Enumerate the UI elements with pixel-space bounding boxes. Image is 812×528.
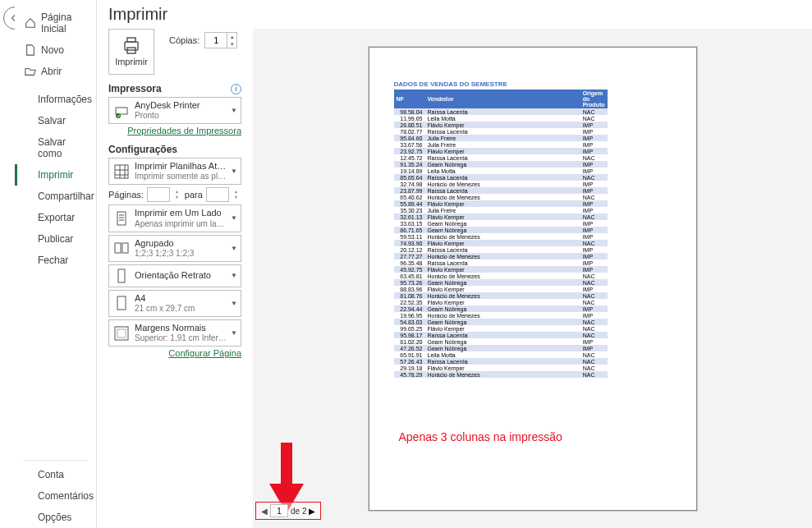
print-button-label: Imprimir — [115, 57, 148, 67]
table-row: 99.65.25Flávio KemperNAC — [394, 325, 608, 332]
paper-select[interactable]: A421 cm x 29,7 cm ▼ — [108, 290, 241, 317]
svg-rect-5 — [115, 165, 128, 178]
table-row: 26.80.51Flávio KemperIMP — [394, 122, 608, 128]
sidebar-item-label: Novo — [41, 44, 64, 56]
pages-from-input[interactable] — [147, 187, 170, 202]
margins-select[interactable]: Margens NormaisSuperior: 1,91 cm Inferio… — [108, 319, 241, 347]
collate-select[interactable]: Agrupado1;2;3 1;2;3 1;2;3 ▼ — [108, 235, 241, 262]
table-row: 57.26.43Raíssa LacerdaNAC — [394, 358, 608, 365]
chevron-down-icon: ▼ — [231, 300, 237, 307]
folder-open-icon — [25, 66, 36, 77]
table-row: 33.67.56Julia FreireIMP — [394, 141, 608, 148]
sidebar-item-open[interactable]: Abrir — [15, 61, 96, 82]
table-row: 33.63.15Geam NóbregaIMP — [394, 220, 608, 227]
page-count-label: de 2 — [291, 507, 306, 516]
print-scope-select[interactable]: Imprimir Planilhas AtivasImprimir soment… — [108, 158, 241, 185]
printer-name: AnyDesk Printer — [135, 100, 227, 111]
sidebar-item-home[interactable]: Página Inicial — [15, 7, 96, 39]
table-row: 98.58.04Raíssa LacerdaNAC — [394, 108, 608, 115]
table-row: 81.02.20Geam NóbregaIMP — [394, 338, 608, 345]
printer-status: Pronto — [135, 111, 227, 121]
sidebar-item-account[interactable]: Conta — [15, 464, 96, 485]
table-row: 91.35.24Geam NóbregaIMP — [394, 161, 608, 168]
table-header: Vendedor — [425, 90, 580, 108]
orientation-select[interactable]: Orientação Retrato ▼ — [108, 264, 241, 287]
svg-rect-10 — [117, 212, 126, 225]
table-row: 11.99.65Leila MottaNAC — [394, 115, 608, 122]
pages-to-label: para — [185, 190, 203, 200]
paper-icon — [113, 295, 130, 311]
sidebar-item-print[interactable]: Imprimir — [15, 164, 96, 186]
sidebar: Página Inicial Novo Abrir Informações Sa… — [15, 0, 97, 528]
svg-rect-17 — [117, 296, 126, 310]
table-row: 12.45.72Raíssa LacerdaNAC — [394, 154, 608, 161]
table-row: 35.30.23Julia FreireIMP — [394, 207, 608, 213]
next-page-button[interactable]: ▶ — [309, 507, 315, 516]
chevron-down-icon: ▼ — [231, 107, 237, 114]
table-row: 65.91.91Leila MottaNAC — [394, 351, 608, 358]
table-row: 45.92.75Flávio KemperIMP — [394, 266, 608, 273]
printer-ready-icon — [113, 103, 130, 119]
prev-page-button[interactable]: ◀ — [261, 507, 268, 516]
printer-select[interactable]: AnyDesk Printer Pronto ▼ — [108, 97, 241, 124]
page-setup-link[interactable]: Configurar Página — [108, 348, 241, 358]
table-row: 65.40.62Horácio de MenezesNAC — [394, 194, 608, 200]
table-row: 81.08.76Horácio de MenezesNAC — [394, 292, 608, 299]
svg-rect-3 — [116, 108, 127, 114]
collate-icon — [113, 240, 130, 256]
config-section-title: Configurações — [108, 144, 177, 155]
table-row: 96.35.48Raíssa LacerdaIMP — [394, 259, 608, 266]
table-row: 47.26.52Geam NóbregaIMP — [394, 345, 608, 351]
info-icon[interactable]: i — [231, 84, 241, 94]
table-row: 23.87.99Raíssa LacerdaIMP — [394, 187, 608, 194]
pages-label: Páginas: — [108, 190, 144, 200]
table-row: 22.94.44Geam NóbregaIMP — [394, 305, 608, 312]
sidebar-item-publish[interactable]: Publicar — [15, 228, 96, 250]
spin-down-icon[interactable]: ▾ — [227, 40, 236, 48]
sidebar-item-share[interactable]: Compartilhar — [15, 186, 96, 207]
sidebar-item-label: Página Inicial — [41, 11, 88, 34]
pages-to-input[interactable] — [206, 187, 229, 202]
table-row: 20.12.12Raíssa LacerdaIMP — [394, 246, 608, 253]
printer-properties-link[interactable]: Propriedades de Impressora — [108, 126, 241, 135]
table-row: 88.83.96Flávio KemperIMP — [394, 286, 608, 292]
copies-input[interactable] — [205, 35, 227, 45]
table-row: 29.19.18Flávio KemperNAC — [394, 365, 608, 371]
current-page-input[interactable] — [270, 504, 288, 517]
table-row: 19.96.95Horácio de MenezesIMP — [394, 312, 608, 319]
sheets-icon — [113, 163, 130, 180]
page-navigator: ◀ de 2 ▶ — [255, 502, 321, 520]
sidebar-item-new[interactable]: Novo — [15, 39, 96, 61]
print-button[interactable]: Imprimir — [108, 29, 154, 75]
sidebar-item-options[interactable]: Opções — [15, 507, 96, 528]
table-row: 45.78.29Horácio de MenezesNAC — [394, 371, 608, 378]
print-preview-pane: DADOS DE VENDAS DO SEMESTRE NFVendedorOr… — [253, 29, 812, 528]
svg-rect-1 — [127, 38, 135, 42]
margins-icon — [113, 325, 130, 342]
svg-rect-19 — [117, 329, 126, 337]
sidebar-item-save[interactable]: Salvar — [15, 110, 96, 131]
print-side-select[interactable]: Imprimir em Um LadoApenas imprimir um la… — [108, 204, 241, 232]
table-row: 32.61.13Flávio KemperNAC — [394, 213, 608, 220]
copies-spinner[interactable]: ▴▾ — [204, 32, 237, 48]
chevron-down-icon: ▼ — [231, 214, 237, 222]
table-row: 54.83.03Geam NóbregaNAC — [394, 319, 608, 325]
home-icon — [25, 17, 36, 29]
sidebar-item-info[interactable]: Informações — [15, 89, 96, 110]
spin-up-icon[interactable]: ▴ — [227, 33, 236, 40]
page-title: Imprimir — [97, 0, 812, 29]
annotation-text: Apenas 3 colunas na impressão — [399, 430, 562, 443]
sidebar-item-saveas[interactable]: Salvar como — [15, 131, 96, 164]
one-side-icon — [113, 210, 130, 227]
sidebar-item-label: Abrir — [41, 66, 62, 77]
sidebar-item-close[interactable]: Fechar — [15, 250, 96, 271]
table-row: 27.77.27Horácio de MenezesIMP — [394, 253, 608, 259]
table-row: 59.53.11Horácio de MenezesIMP — [394, 233, 608, 240]
chevron-down-icon: ▼ — [231, 245, 237, 252]
sidebar-item-comments[interactable]: Comentários — [15, 485, 96, 507]
printer-icon — [122, 37, 141, 55]
table-row: 95.73.26Geam NóbregaNAC — [394, 279, 608, 286]
sidebar-item-export[interactable]: Exportar — [15, 207, 96, 228]
table-row: 32.74.98Horácio de MenezesIMP — [394, 181, 608, 187]
print-settings: Imprimir Cópias: ▴▾ Impressora i — [97, 29, 253, 528]
